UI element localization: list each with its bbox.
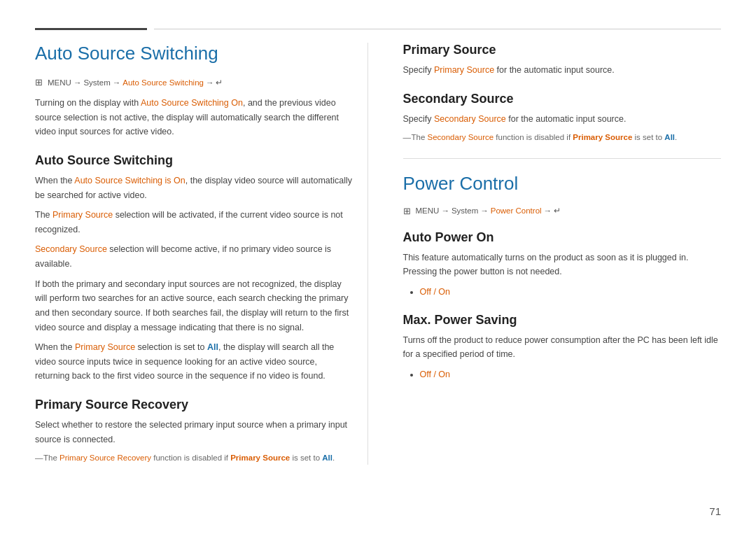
right-column: Primary Source Specify Primary Source fo…: [396, 43, 722, 465]
page-number: 71: [709, 505, 721, 517]
section-heading-secondary-source: Secondary Source: [403, 92, 722, 106]
highlight-off-on1: Off / On: [420, 287, 451, 297]
highlight-primary-source2: Primary Source: [75, 342, 135, 352]
top-decorative-lines: [35, 28, 721, 30]
auto-power-on-options: Off / On: [403, 285, 722, 299]
arrow5: →: [480, 206, 489, 215]
highlight-primary-source1: Primary Source: [52, 210, 113, 220]
arrow2: →: [113, 78, 121, 87]
two-column-layout: Auto Source Switching ⊞ MENU → System → …: [35, 43, 721, 465]
highlight-secondary-source-note: Secondary Source: [428, 133, 494, 141]
left-column: Auto Source Switching ⊞ MENU → System → …: [35, 43, 368, 465]
auto-source-para3: Secondary Source selection will become a…: [35, 242, 354, 271]
menu-path-system: System: [83, 78, 110, 87]
highlight-secondary-source-link: Secondary Source: [434, 114, 506, 124]
max-power-saving-para: Turns off the product to reduce power co…: [403, 333, 722, 362]
highlight-off-on2: Off / On: [420, 370, 451, 379]
section-heading-auto-power-on: Auto Power On: [403, 230, 722, 245]
arrow1: →: [74, 78, 82, 87]
highlight-primary-source3: Primary Source: [230, 454, 290, 462]
max-power-saving-option-off-on: Off / On: [420, 367, 722, 381]
section-heading-primary-source-recovery: Primary Source Recovery: [35, 398, 354, 412]
menu-path-system2: System: [451, 206, 478, 215]
divider: [403, 158, 722, 159]
menu-path-power-control: ⊞ MENU → System → Power Control → ↵: [403, 206, 722, 216]
secondary-source-note: The Secondary Source function is disable…: [403, 132, 722, 143]
highlight-all2: All: [322, 454, 332, 462]
highlight-primary-source-note: Primary Source: [573, 133, 632, 141]
highlight-all1: All: [207, 342, 218, 352]
intro-paragraph: Turning on the display with Auto Source …: [35, 96, 354, 139]
enter-icon2: ↵: [554, 206, 561, 216]
top-line-dark: [35, 28, 147, 30]
primary-source-recovery-note: The Primary Source Recovery function is …: [35, 452, 354, 464]
menu-icon: ⊞: [35, 77, 43, 87]
highlight-secondary-source1: Secondary Source: [35, 244, 107, 254]
highlight-primary-source-link: Primary Source: [434, 65, 494, 75]
menu-icon-power: ⊞: [403, 206, 411, 216]
primary-source-recovery-para: Select whether to restore the selected p…: [35, 418, 354, 447]
section-heading-max-power-saving: Max. Power Saving: [403, 313, 722, 328]
arrow6: →: [544, 206, 552, 215]
auto-source-para4: If both the primary and secondary input …: [35, 277, 354, 335]
primary-source-para: Specify Primary Source for the automatic…: [403, 63, 722, 78]
page: Auto Source Switching ⊞ MENU → System → …: [0, 0, 756, 493]
max-power-saving-options: Off / On: [403, 367, 722, 381]
auto-power-on-option-off-on: Off / On: [420, 285, 722, 299]
section-heading-primary-source: Primary Source: [403, 43, 722, 57]
secondary-source-para: Specify Secondary Source for the automat…: [403, 112, 722, 127]
top-line-light: [154, 29, 721, 29]
highlight-auto-source-is-on: Auto Source Switching is On: [74, 176, 185, 185]
highlight-auto-source-on: Auto Source Switching On: [141, 98, 243, 108]
menu-path-menu2: MENU: [416, 206, 440, 215]
page-title-power-control: Power Control: [403, 173, 722, 195]
section-heading-auto-source-switching: Auto Source Switching: [35, 153, 354, 168]
page-title-auto-source-switching: Auto Source Switching: [35, 43, 354, 64]
auto-power-on-para: This feature automatically turns on the …: [403, 251, 722, 279]
auto-source-para5: When the Primary Source selection is set…: [35, 340, 354, 384]
arrow4: →: [441, 206, 449, 215]
enter-icon: ↵: [216, 78, 223, 87]
auto-source-para1: When the Auto Source Switching is On, th…: [35, 174, 354, 202]
auto-source-para2: The Primary Source selection will be act…: [35, 208, 354, 237]
menu-path-power-control: Power Control: [491, 206, 542, 215]
menu-path-auto-source: ⊞ MENU → System → Auto Source Switching …: [35, 77, 354, 87]
highlight-all3: All: [664, 133, 675, 141]
highlight-primary-source-recovery: Primary Source Recovery: [59, 454, 151, 462]
menu-path-auto-source-switching: Auto Source Switching: [122, 78, 204, 87]
menu-path-menu: MENU: [48, 78, 71, 87]
arrow3: →: [206, 78, 214, 87]
